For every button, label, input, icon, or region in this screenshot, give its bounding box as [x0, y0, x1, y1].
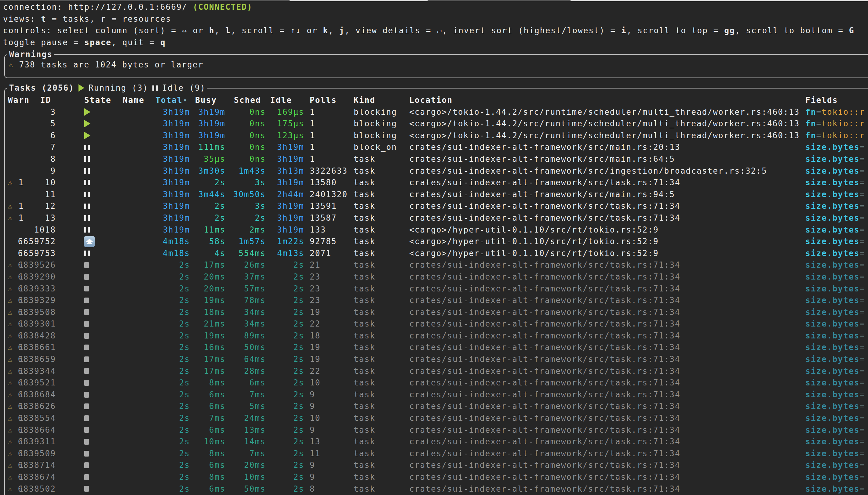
- busy-duration: 17ms: [193, 259, 226, 271]
- column-header-polls[interactable]: Polls: [310, 94, 352, 106]
- field-name: size.bytes: [805, 306, 860, 318]
- task-row[interactable]: 5 3h19m 3h19m 0ns 175µs 1 blocking <carg…: [5, 118, 868, 130]
- total-duration: 3h19m: [155, 153, 190, 165]
- idle-duration: 2s: [268, 271, 304, 283]
- sched-duration: 0ns: [228, 153, 266, 165]
- polls-count: 13580: [310, 177, 352, 189]
- task-row[interactable]: ⚠1 13 3h19m 2s 2s 3h19m 13587 task crate…: [5, 212, 868, 224]
- task-row[interactable]: ⚠1 6838428 2s 19ms 89ms 2s 18 task crate…: [5, 330, 868, 342]
- task-row[interactable]: ⚠1 6839333 2s 20ms 57ms 2s 23 task crate…: [5, 283, 868, 295]
- task-location: crates/sui-indexer-alt-framework/src/tas…: [409, 330, 804, 342]
- task-row[interactable]: 6659753 4m18s 4s 554ms 4m13s 2071 task <…: [5, 248, 868, 259]
- idle-duration: 2s: [268, 459, 304, 471]
- equals-sign: =: [860, 483, 865, 495]
- task-row[interactable]: 9 3h19m 3m30s 1m43s 3h13m 3322633 task c…: [5, 165, 868, 177]
- fields-cell: fn=tokio::r: [805, 118, 868, 130]
- task-id: 6838674: [34, 471, 56, 483]
- task-row[interactable]: ⚠1 12 3h19m 2s 3s 3h19m 13591 task crate…: [5, 200, 868, 212]
- pause-icon: [84, 227, 90, 233]
- polls-count: 8: [310, 483, 352, 495]
- task-row[interactable]: ⚠1 10 3h19m 2s 3s 3h19m 13580 task crate…: [5, 177, 868, 189]
- fields-cell: size.bytes=: [805, 389, 868, 401]
- task-kind: task: [354, 259, 407, 271]
- task-location: crates/sui-indexer-alt-framework/src/tas…: [409, 353, 804, 365]
- task-row[interactable]: 7 3h19m 111ms 0ns 3h19m 1 block_on crate…: [5, 141, 868, 153]
- task-row[interactable]: ⚠1 6839521 2s 8ms 6ms 2s 10 task crates/…: [5, 377, 868, 389]
- field-name: fn: [805, 106, 816, 118]
- warning-icon: ⚠: [8, 212, 13, 224]
- task-row[interactable]: ⚠1 6838714 2s 6ms 20ms 2s 9 task crates/…: [5, 459, 868, 471]
- column-header-fields[interactable]: Fields: [805, 94, 868, 106]
- task-row[interactable]: 6659752 4m18s 58s 1m57s 1m22s 92785 task…: [5, 236, 868, 248]
- task-row[interactable]: ⚠1 6838661 2s 16ms 50ms 2s 19 task crate…: [5, 341, 868, 353]
- task-row[interactable]: ⚠1 6839290 2s 20ms 37ms 2s 23 task crate…: [5, 271, 868, 283]
- task-row[interactable]: ⚠1 6839311 2s 10ms 14ms 2s 13 task crate…: [5, 436, 868, 448]
- busy-duration: 21ms: [193, 318, 226, 330]
- task-name: [123, 424, 153, 436]
- task-row[interactable]: ⚠1 6839509 2s 8ms 7ms 2s 11 task crates/…: [5, 448, 868, 460]
- idle-duration: 2s: [268, 483, 304, 495]
- sched-duration: 57ms: [228, 283, 266, 295]
- task-row[interactable]: ⚠1 6838684 2s 6ms 7ms 2s 9 task crates/s…: [5, 389, 868, 401]
- task-row[interactable]: 6 3h19m 3h19m 0ns 123µs 1 blocking <carg…: [5, 130, 868, 142]
- fields-cell: size.bytes=: [805, 424, 868, 436]
- task-row[interactable]: ⚠1 6838659 2s 17ms 64ms 2s 19 task crate…: [5, 353, 868, 365]
- column-header-kind[interactable]: Kind: [354, 94, 407, 106]
- field-name: size.bytes: [805, 236, 860, 248]
- task-name: [123, 200, 153, 212]
- task-row[interactable]: ⚠1 6838554 2s 7ms 24ms 2s 10 task crates…: [5, 412, 868, 424]
- column-header-busy[interactable]: Busy: [193, 94, 228, 106]
- task-id: 6838659: [34, 353, 56, 365]
- task-row[interactable]: ⚠1 6839344 2s 17ms 28ms 2s 22 task crate…: [5, 365, 868, 377]
- task-row[interactable]: 1018 3h19m 11ms 2ms 3h19m 133 task <carg…: [5, 224, 868, 236]
- task-row[interactable]: ⚠1 6838664 2s 6ms 13ms 2s 9 task crates/…: [5, 424, 868, 436]
- column-header-warn[interactable]: Warn: [8, 94, 34, 106]
- field-name: size.bytes: [805, 341, 860, 353]
- task-location: <cargo>/hyper-util-0.1.10/src/rt/tokio.r…: [409, 236, 804, 248]
- task-name: [123, 330, 153, 342]
- task-row[interactable]: 8 3h19m 35µs 0ns 3h19m 1 task crates/sui…: [5, 153, 868, 165]
- state-cell: [84, 341, 121, 353]
- sched-duration: 64ms: [228, 353, 266, 365]
- busy-duration: 2s: [193, 212, 226, 224]
- task-row[interactable]: ⚠1 6839526 2s 17ms 26ms 2s 21 task crate…: [5, 259, 868, 271]
- column-header-location[interactable]: Location: [409, 94, 804, 106]
- task-row[interactable]: ⚠1 6838626 2s 6ms 5ms 2s 9 task crates/s…: [5, 400, 868, 412]
- task-location: <cargo>/hyper-util-0.1.10/src/rt/tokio.r…: [409, 224, 804, 236]
- sched-duration: 0ns: [228, 141, 266, 153]
- busy-duration: 8ms: [193, 471, 226, 483]
- total-duration: 2s: [155, 330, 190, 342]
- polls-count: 2071: [310, 248, 352, 259]
- column-header-total[interactable]: Total▿: [155, 94, 190, 106]
- task-row[interactable]: 3 3h19m 3h19m 0ns 169µs 1 blocking <carg…: [5, 106, 868, 118]
- stopped-icon: [84, 262, 89, 268]
- task-row[interactable]: ⚠1 6838502 2s 6ms 50ms 2s 8 task crates/…: [5, 483, 868, 495]
- task-name: [123, 130, 153, 142]
- warning-icon: ⚠: [8, 177, 13, 189]
- total-duration: 2s: [155, 412, 190, 424]
- warning-icon: ⚠: [8, 200, 13, 212]
- task-kind: task: [354, 436, 407, 448]
- column-header-name[interactable]: Name: [123, 94, 153, 106]
- task-row[interactable]: ⚠1 6839329 2s 19ms 78ms 2s 23 task crate…: [5, 294, 868, 306]
- task-kind: task: [354, 306, 407, 318]
- column-header-id[interactable]: ID: [34, 94, 63, 106]
- fields-cell: size.bytes=: [805, 224, 868, 236]
- column-header-state[interactable]: State: [84, 94, 121, 106]
- column-header-idle[interactable]: Idle: [268, 94, 306, 106]
- equals-sign: =: [860, 318, 865, 330]
- busy-duration: 17ms: [193, 353, 226, 365]
- task-rows: 3 3h19m 3h19m 0ns 169µs 1 blocking <carg…: [5, 106, 868, 495]
- task-row[interactable]: ⚠1 6839508 2s 18ms 34ms 2s 19 task crate…: [5, 306, 868, 318]
- task-row[interactable]: ⚠1 6838674 2s 8ms 10ms 2s 9 task crates/…: [5, 471, 868, 483]
- task-name: [123, 189, 153, 201]
- warning-icon: ⚠: [8, 283, 13, 295]
- equals-sign: =: [860, 459, 865, 471]
- task-row[interactable]: 11 3h19m 3m44s 30m50s 2h44m 2401320 task…: [5, 189, 868, 201]
- task-row[interactable]: ⚠1 6839301 2s 21ms 34ms 2s 22 task crate…: [5, 318, 868, 330]
- column-header-sched[interactable]: Sched: [228, 94, 272, 106]
- pause-icon: [84, 180, 90, 185]
- field-name: size.bytes: [805, 153, 860, 165]
- equals-sign: =: [860, 377, 865, 389]
- fields-cell: size.bytes=: [805, 236, 868, 248]
